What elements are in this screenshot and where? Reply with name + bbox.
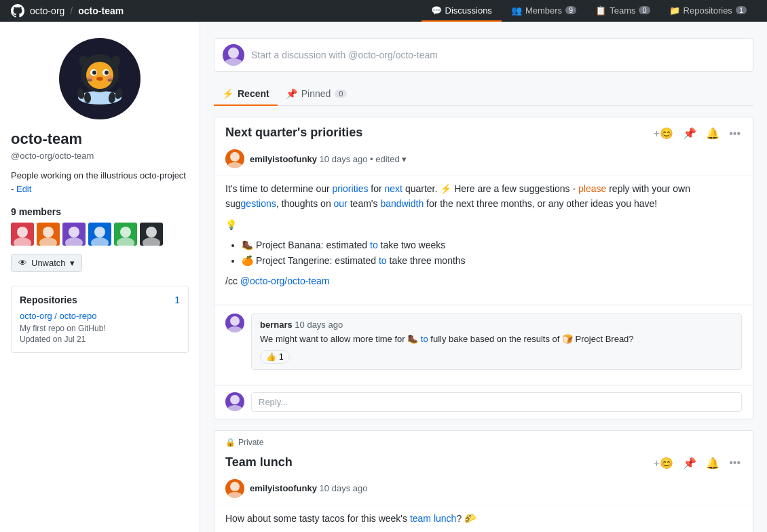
svg-point-34 [230,152,240,162]
member-avatar-1[interactable] [11,223,34,246]
repositories-title: Repositories [20,294,77,305]
member-avatar-5[interactable] [114,223,137,246]
tab-teams[interactable]: 📋 Teams 0 [586,0,659,22]
svg-point-31 [143,238,160,246]
emoji-reaction-button-2[interactable]: +😊 [652,455,675,471]
pin-button-2[interactable]: 📌 [681,455,698,471]
members-count: 9 members [11,206,189,217]
author-name-1[interactable]: emilyistoofunky [250,154,317,164]
edited-label: edited [375,154,399,164]
tab-pinned[interactable]: 📌 Pinned 0 [278,83,356,106]
emoji-reaction-button[interactable]: +😊 [652,126,675,141]
discussion-title-2[interactable]: Team lunch [225,455,293,470]
top-nav: octo-org / octo-team 💬 Discussions 👥 Mem… [0,0,767,22]
pin-button[interactable]: 📌 [681,126,698,141]
thumbs-up-reaction[interactable]: 👍 1 [260,350,290,364]
post-time-1: 10 days ago [320,154,368,164]
discussion-header-1: Next quarter's priorities +😊 📌 🔔 ••• [214,117,753,149]
cc-mention[interactable]: @octo-org/octo-team [240,276,330,286]
member-avatar-6[interactable] [140,223,163,246]
body-paragraph-1: It's time to determine our priorities fo… [225,181,742,212]
reply-input-1[interactable] [251,392,742,412]
highlight-team-lunch: team lunch [410,513,456,524]
svg-point-32 [228,48,239,58]
sidebar: octo-team @octo-org/octo-team People wor… [0,22,200,532]
repo-link[interactable]: octo-org / octo-repo [20,311,180,321]
description-text: People working on the illustrious octo-p… [11,170,186,194]
svg-point-22 [43,227,54,238]
member-avatar-3[interactable] [62,223,86,246]
highlight-our: our [334,198,348,209]
team-name: octo-team [11,130,189,148]
author-avatar-1 [225,149,244,168]
svg-point-35 [227,162,242,168]
more-options-button-2[interactable]: ••• [728,455,742,470]
commenter-name-1[interactable]: bernars [260,320,293,330]
svg-point-28 [120,227,131,238]
highlight-bandwidth: bandwidth [380,198,424,209]
org-label[interactable]: octo-org [30,5,64,16]
main-tabs: 💬 Discussions 👥 Members 9 📋 Teams 0 📁 Re… [422,0,756,22]
repositories-count: 1 [174,294,180,305]
dot-separator: • [370,154,375,164]
members-icon: 👥 [511,5,522,16]
svg-point-38 [230,395,240,404]
svg-point-41 [227,492,242,498]
private-badge: 🔒 Private [214,431,274,447]
discussion-body-1: It's time to determine our priorities fo… [214,175,753,305]
tab-discussions[interactable]: 💬 Discussions [422,0,502,22]
members-section: 9 members [11,206,189,272]
edited-dropdown-icon[interactable]: ▾ [402,154,407,164]
mute-button-2[interactable]: 🔔 [705,455,721,471]
svg-point-12 [105,71,109,75]
author-name-2[interactable]: emilyistoofunky [250,483,317,493]
more-options-button[interactable]: ••• [728,126,742,141]
svg-point-30 [146,227,157,238]
svg-point-23 [39,238,57,246]
separator: / [70,5,73,16]
svg-point-20 [17,227,28,238]
body-text-5: , thoughts on [276,198,334,209]
highlight-gest: gestions [241,198,276,209]
new-discussion-row [214,38,753,72]
svg-point-29 [117,238,134,246]
author-row-1: emilyistoofunky 10 days ago • edited ▾ [214,149,753,175]
member-avatars [11,223,189,246]
octocat-icon [11,4,24,18]
highlight-please: please [578,183,606,194]
tab-repositories[interactable]: 📁 Repositories 1 [660,0,756,22]
comment-section-1: bernars 10 days ago We might want to all… [214,305,753,385]
discussion-input[interactable] [251,50,745,60]
discussion-body-2: How about some tasty tacos for this week… [214,505,753,532]
repositories-icon: 📁 [669,5,680,16]
recent-icon: ⚡ [222,88,233,99]
member-avatar-2[interactable] [37,223,60,246]
edit-link[interactable]: Edit [16,184,31,194]
body-text-3: quarter. ⚡ Here are a few suggestions - [403,183,578,194]
team-label[interactable]: octo-team [78,5,124,16]
lock-icon: 🔒 [225,438,236,447]
unwatch-button[interactable]: 👁 Unwatch ▾ [11,254,82,272]
chevron-down-icon: ▾ [70,258,75,268]
pin-icon: 📌 [286,88,297,99]
discussion-title-1[interactable]: Next quarter's priorities [225,126,362,140]
svg-point-27 [91,238,109,246]
discussion-filter-tabs: ⚡ Recent 📌 Pinned 0 [214,83,753,106]
discussion-card-2: 🔒 Private Team lunch +😊 📌 🔔 ••• emilyist… [214,430,753,532]
eye-icon: 👁 [18,258,27,268]
teams-icon: 📋 [595,5,606,16]
svg-point-36 [230,316,240,326]
tab-recent[interactable]: ⚡ Recent [214,83,278,106]
repo-description: My first repo on GitHub! [20,324,180,333]
svg-point-40 [230,482,240,491]
author-avatar-2 [225,479,244,498]
mute-button[interactable]: 🔔 [705,126,721,141]
cc-line: /cc @octo-org/octo-team [225,273,742,288]
page-layout: octo-team @octo-org/octo-team People wor… [0,22,767,532]
bullet-1: 🥾 Project Banana: estimated to take two … [242,238,742,252]
body-text-1: It's time to determine our [225,183,333,194]
body-text-6: team's [348,198,381,209]
highlight-next: next [385,183,403,194]
tab-members[interactable]: 👥 Members 9 [502,0,586,22]
member-avatar-4[interactable] [88,223,111,246]
